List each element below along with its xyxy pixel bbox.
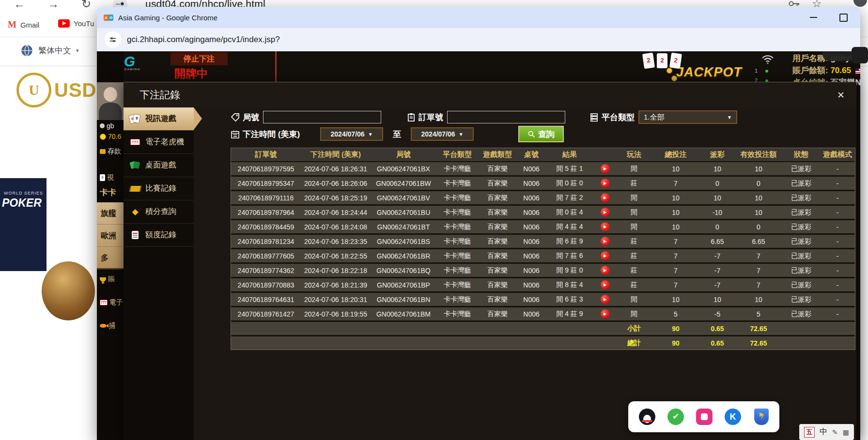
floating-app-dock: ✔ K — [628, 401, 779, 432]
deposit-button[interactable]: 存款 — [100, 147, 121, 156]
order-id: 240706189777605 — [231, 249, 301, 263]
hall-item-flagship[interactable]: 旗艦 — [97, 202, 124, 225]
qq-icon[interactable] — [639, 409, 655, 425]
play-side: 莊 — [617, 176, 651, 191]
menu-item-quota-doc[interactable]: 額度記錄 — [124, 224, 194, 247]
platform: 卡卡灣廳 — [436, 220, 478, 234]
replay-play-icon[interactable]: ▶ — [601, 237, 610, 246]
replay-cell: ▶ — [593, 234, 617, 249]
table-no: N006 — [517, 176, 546, 191]
platform-label: 平台類型 — [602, 112, 635, 123]
playing-card: 2 — [657, 53, 667, 68]
reload-icon[interactable]: ↻ — [81, 0, 91, 11]
close-icon[interactable]: ✕ — [837, 90, 845, 101]
search-button[interactable]: 查詢 — [518, 126, 564, 142]
ime-wubi-tile[interactable]: 五 — [804, 427, 815, 438]
tag-icon — [231, 113, 240, 122]
maximize-button[interactable] — [839, 14, 848, 22]
security-shield-icon[interactable] — [754, 409, 769, 425]
play-side: 閒 — [617, 220, 651, 234]
payout: -7 — [700, 278, 735, 292]
k-app-icon[interactable]: K — [725, 409, 741, 425]
ime-mode-indicator[interactable]: 中 — [820, 427, 827, 437]
slots-menu-fragment[interactable]: 777電子 — [100, 298, 123, 307]
date-from-select[interactable]: 2024/07/06 ▼ — [320, 127, 383, 141]
popup-address[interactable]: gci.2hhapi.com/agingame/pcv1/index.jsp? — [127, 35, 280, 45]
table-no: N006 — [517, 191, 546, 205]
site-logo[interactable]: U USDT — [16, 73, 109, 107]
round-id: GN006247061BW — [371, 176, 436, 191]
video-menu-fragment[interactable]: 9視 — [100, 173, 114, 182]
replay-play-icon[interactable]: ▶ — [601, 266, 610, 275]
menu-item-match-ticket[interactable]: 比賽記錄 — [124, 177, 194, 200]
order-input[interactable] — [447, 111, 565, 123]
game-mode: - — [820, 292, 855, 307]
game-type: 百家樂 — [478, 307, 517, 321]
order-id: 240706189761427 — [231, 307, 301, 321]
ime-keyboard-icon[interactable]: ▦ — [843, 428, 849, 436]
replay-play-icon[interactable]: ▶ — [601, 251, 610, 260]
forward-icon[interactable]: → — [47, 0, 59, 11]
replay-play-icon[interactable]: ▶ — [601, 208, 610, 217]
menu-item-points-gem[interactable]: ◆積分查詢 — [124, 200, 194, 224]
poker-banner: WORLD SERIES POKER — [0, 178, 46, 271]
game-type: 百家樂 — [478, 191, 517, 205]
user-icon — [100, 123, 105, 128]
back-icon[interactable]: ← — [14, 0, 25, 11]
minimize-button[interactable] — [810, 17, 817, 18]
hall-item-europe[interactable]: 歐洲 — [97, 225, 124, 247]
bookmark-gmail[interactable]: M Gmail — [8, 19, 39, 30]
opening-cards-label: 開牌中 — [174, 66, 208, 81]
total-bet: 10 — [651, 191, 700, 205]
round-id: GN006247061BQ — [371, 263, 436, 278]
col-header-0: 訂單號 — [231, 148, 301, 162]
language-selector[interactable]: 繁体中文 ▾ — [20, 44, 79, 57]
empty — [593, 336, 617, 350]
hall-item-multi[interactable]: 多 — [97, 247, 124, 269]
status: 已派彩 — [782, 191, 820, 205]
valid-bet: 0 — [735, 220, 782, 234]
replay-play-icon[interactable]: ▶ — [601, 222, 610, 231]
game-mode: - — [820, 263, 855, 278]
date-to-select[interactable]: 2024/07/06 ▼ — [411, 127, 474, 141]
wifi-icon — [761, 54, 774, 66]
ag-logo-g: G — [124, 53, 135, 69]
table-row: 2407061897911162024-07-06 18:25:19GN0062… — [231, 191, 855, 205]
records-table-wrap: 訂單號下注時間 (美東)局號平台類型遊戲類型桌號結果玩法總投注派彩有效投注額狀態… — [231, 148, 855, 350]
account-menu-fragment[interactable]: 賬 — [100, 275, 115, 284]
replay-play-icon[interactable]: ▶ — [601, 179, 610, 188]
play-side: 閒 — [617, 307, 651, 321]
divider — [275, 51, 277, 82]
valid-bet: 5 — [735, 307, 782, 321]
fish-icon — [100, 324, 107, 328]
profile-avatar[interactable] — [853, 0, 867, 7]
site-settings-icon[interactable] — [105, 31, 121, 48]
pink-app-icon[interactable] — [696, 409, 713, 425]
platform-select[interactable]: 1.全部 ▼ — [638, 110, 737, 124]
replay-play-icon[interactable]: ▶ — [601, 295, 610, 304]
fishing-menu-fragment[interactable]: 捕 — [100, 321, 115, 330]
replay-play-icon[interactable]: ▶ — [601, 193, 610, 202]
valid-bet: 6.65 — [735, 234, 782, 249]
menu-item-slot-777[interactable]: 777電子老虎機 — [124, 131, 194, 154]
dialog-title: 下注記錄 — [140, 88, 180, 102]
replay-play-icon[interactable]: ▶ — [601, 309, 610, 319]
empty — [301, 321, 371, 336]
table-body: 2407061897975952024-07-06 18:26:31GN0062… — [231, 162, 855, 349]
ime-pen-icon[interactable]: ✎ — [832, 428, 838, 436]
bet-time: 2024-07-06 18:22:18 — [301, 263, 371, 278]
game-type: 百家樂 — [478, 292, 517, 307]
platform: 卡卡灣廳 — [436, 176, 478, 191]
menu-item-table-games[interactable]: 桌面遊戲 — [124, 154, 194, 177]
bookmark-youtube[interactable]: YouTu — [58, 19, 94, 28]
casino-sidebar-strip: gb 70.6 存款 9視 卡卡 旗艦 歐洲 多 賬 777電子 捕 — [97, 51, 124, 440]
round-input[interactable] — [263, 111, 381, 123]
asia-gaming-favicon: AG — [104, 15, 113, 21]
replay-play-icon[interactable]: ▶ — [601, 164, 610, 173]
replay-play-icon[interactable]: ▶ — [601, 280, 610, 289]
empty — [820, 336, 855, 350]
menu-item-video-cards[interactable]: K9視訊遊戲 — [124, 107, 194, 131]
col-header-6: 結果 — [546, 148, 593, 162]
wechat-icon[interactable]: ✔ — [667, 409, 684, 425]
collapsed-widget[interactable] — [852, 47, 868, 63]
